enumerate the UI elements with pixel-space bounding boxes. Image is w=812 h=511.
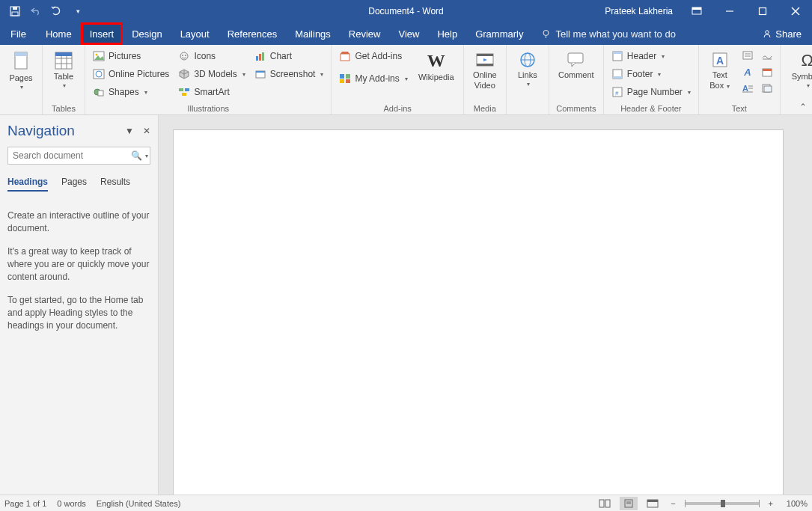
footer-button[interactable]: Footer▾	[608, 66, 694, 82]
search-input[interactable]	[8, 150, 129, 161]
document-area[interactable]	[159, 115, 812, 495]
tab-mailings[interactable]: Mailings	[286, 22, 340, 45]
status-language[interactable]: English (United States)	[97, 499, 181, 508]
svg-point-11	[766, 31, 769, 34]
print-layout-icon[interactable]	[620, 497, 638, 510]
3d-models-button[interactable]: 3D Models ▾	[175, 66, 248, 82]
date-time-button[interactable]	[759, 64, 775, 79]
nav-tab-results[interactable]: Results	[100, 177, 130, 192]
zoom-in-button[interactable]: +	[766, 499, 776, 508]
zoom-level[interactable]: 100%	[782, 499, 808, 508]
group-pages-label	[4, 102, 37, 113]
chart-button[interactable]: Chart	[251, 48, 327, 64]
svg-text:#: #	[615, 90, 619, 97]
object-button[interactable]	[759, 81, 775, 96]
tab-insert[interactable]: Insert	[81, 22, 123, 45]
tab-view[interactable]: View	[389, 22, 428, 45]
nav-tab-pages[interactable]: Pages	[61, 177, 87, 192]
user-name[interactable]: Prateek Lakheria	[605, 6, 673, 16]
ribbon-display-options-icon[interactable]	[680, 0, 713, 22]
page-canvas[interactable]	[174, 130, 783, 495]
window-title: Document4 - Word	[368, 6, 444, 16]
footer-icon	[611, 68, 623, 80]
tab-references[interactable]: References	[219, 22, 286, 45]
text-box-button[interactable]: A Text Box ▾	[703, 48, 736, 94]
smartart-label: SmartArt	[194, 87, 229, 97]
save-icon[interactable]	[6, 2, 24, 20]
minimize-icon[interactable]	[713, 0, 746, 22]
pictures-button[interactable]: Pictures	[90, 48, 172, 64]
shapes-button[interactable]: Shapes▾	[90, 84, 172, 100]
tab-help[interactable]: Help	[428, 22, 466, 45]
icons-button[interactable]: Icons	[175, 48, 248, 64]
qat-customize-icon[interactable]: ▾	[69, 2, 87, 20]
title-bar: ▾ Document4 - Word Prateek Lakheria	[0, 0, 812, 22]
svg-rect-50	[613, 52, 622, 54]
svg-rect-66	[763, 69, 772, 71]
table-button[interactable]: Table ▾	[47, 48, 80, 92]
search-button[interactable]: 🔍▾	[129, 150, 150, 161]
undo-icon[interactable]	[27, 2, 45, 20]
wordart-button[interactable]: A	[739, 64, 756, 79]
read-mode-icon[interactable]	[596, 497, 614, 510]
nav-body: Create an interactive outline of your do…	[7, 209, 150, 343]
close-icon[interactable]	[779, 0, 812, 22]
share-label: Share	[775, 28, 802, 40]
tab-design[interactable]: Design	[123, 22, 171, 45]
svg-rect-40	[340, 79, 344, 83]
lightbulb-icon	[541, 29, 551, 39]
pages-button[interactable]: Pages ▾	[4, 48, 37, 94]
online-pictures-button[interactable]: Online Pictures	[90, 66, 172, 82]
drop-cap-button[interactable]: A	[739, 81, 756, 96]
group-links-label	[511, 102, 544, 113]
footer-label: Footer	[627, 69, 653, 79]
shapes-icon	[93, 86, 105, 98]
nav-close-icon[interactable]: ✕	[143, 126, 150, 136]
tab-layout[interactable]: Layout	[171, 22, 219, 45]
links-button[interactable]: Links ▾	[511, 48, 544, 91]
header-button[interactable]: Header▾	[608, 48, 694, 64]
web-layout-icon[interactable]	[644, 497, 662, 510]
svg-rect-19	[55, 52, 72, 56]
status-words[interactable]: 0 words	[57, 499, 86, 508]
svg-rect-29	[179, 88, 183, 91]
get-addins-button[interactable]: Get Add-ins	[336, 48, 410, 64]
zoom-slider[interactable]	[685, 502, 760, 505]
page-number-button[interactable]: #Page Number▾	[608, 84, 694, 100]
svg-rect-69	[599, 500, 604, 507]
comment-button[interactable]: Comment	[554, 48, 599, 82]
redo-icon[interactable]	[48, 2, 66, 20]
svg-rect-13	[15, 52, 27, 56]
status-bar: Page 1 of 1 0 words English (United Stat…	[0, 495, 812, 511]
chart-label: Chart	[270, 51, 292, 61]
store-icon	[339, 50, 351, 62]
group-illustrations-label: Illustrations	[90, 102, 326, 113]
tell-me-search[interactable]: Tell me what you want to do	[532, 22, 684, 45]
quick-parts-button[interactable]	[739, 48, 756, 63]
tab-file[interactable]: File	[0, 22, 37, 45]
wikipedia-button[interactable]: W Wikipedia	[414, 48, 459, 85]
svg-point-28	[185, 55, 186, 56]
text-box-label2: Box	[709, 81, 724, 90]
tab-review[interactable]: Review	[340, 22, 390, 45]
maximize-icon[interactable]	[746, 0, 779, 22]
status-page[interactable]: Page 1 of 1	[4, 499, 46, 508]
svg-point-9	[543, 30, 549, 35]
tab-home[interactable]: Home	[37, 22, 81, 45]
symbols-button[interactable]: Ω Symbols ▾	[785, 48, 812, 92]
my-addins-button[interactable]: My Add-ins ▾	[336, 70, 410, 87]
cube-icon	[178, 68, 190, 80]
zoom-out-button[interactable]: −	[668, 499, 678, 508]
tab-grammarly[interactable]: Grammarly	[466, 22, 532, 45]
screenshot-button[interactable]: Screenshot▾	[251, 66, 327, 82]
online-video-button[interactable]: Online Video	[468, 48, 501, 93]
online-video-label1: Online	[473, 70, 497, 79]
icons-label: Icons	[194, 51, 216, 61]
smartart-button[interactable]: SmartArt	[175, 84, 248, 100]
nav-tab-headings[interactable]: Headings	[7, 177, 48, 192]
signature-line-button[interactable]	[759, 48, 775, 63]
nav-menu-icon[interactable]: ▼	[125, 126, 134, 136]
svg-point-27	[182, 55, 183, 56]
collapse-ribbon-icon[interactable]: ⌃	[797, 101, 809, 113]
share-button[interactable]: Share	[751, 22, 812, 45]
